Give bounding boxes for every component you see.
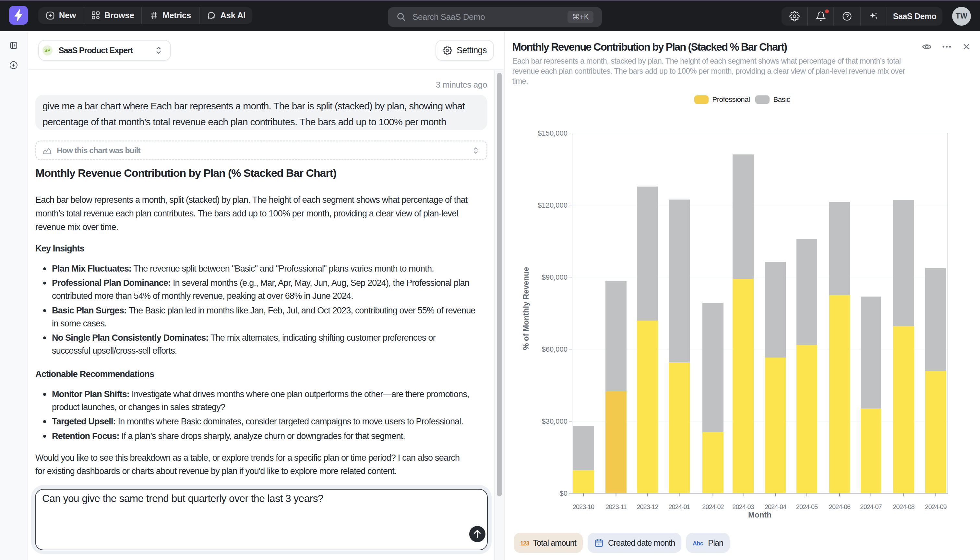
- svg-text:123: 123: [520, 540, 529, 547]
- svg-text:Month: Month: [748, 510, 771, 519]
- svg-text:2024-02: 2024-02: [702, 503, 724, 510]
- svg-text:2024-06: 2024-06: [829, 503, 850, 510]
- svg-text:% of Monthly Revenue: % of Monthly Revenue: [522, 267, 530, 350]
- svg-text:2024-03: 2024-03: [732, 503, 754, 510]
- svg-text:2023-12: 2023-12: [636, 503, 658, 510]
- svg-text:2024-05: 2024-05: [796, 503, 817, 510]
- svg-text:$90,000: $90,000: [541, 273, 568, 281]
- svg-text:2024-01: 2024-01: [668, 503, 690, 510]
- svg-text:2024-08: 2024-08: [893, 503, 915, 510]
- svg-text:2024-07: 2024-07: [860, 503, 882, 510]
- svg-text:2023-11: 2023-11: [605, 503, 627, 510]
- svg-text:$120,000: $120,000: [538, 201, 568, 209]
- svg-text:2024-09: 2024-09: [925, 503, 947, 510]
- svg-text:Abc: Abc: [693, 540, 703, 547]
- svg-text:$30,000: $30,000: [541, 417, 568, 425]
- svg-text:$60,000: $60,000: [541, 345, 568, 353]
- svg-text:$0: $0: [560, 489, 567, 497]
- svg-text:2024-04: 2024-04: [764, 503, 786, 510]
- svg-text:2023-10: 2023-10: [572, 503, 594, 510]
- svg-text:$150,000: $150,000: [538, 129, 568, 137]
